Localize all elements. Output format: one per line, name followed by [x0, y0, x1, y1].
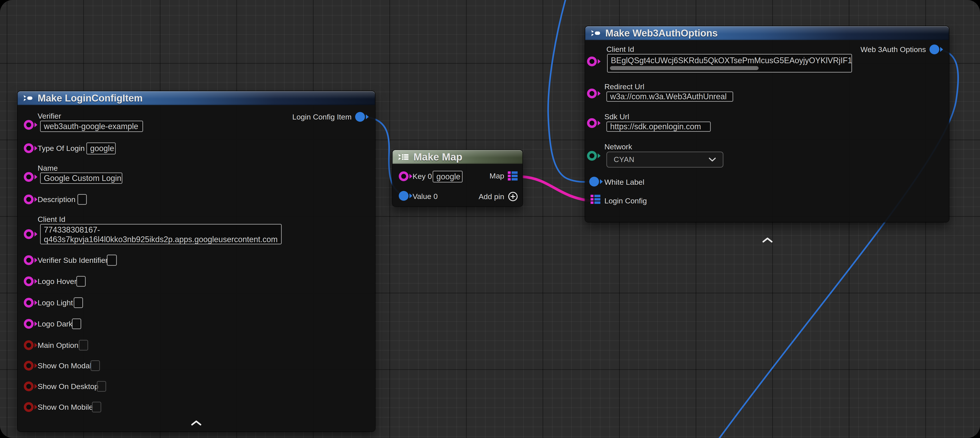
main-option-label: Main Option [38, 341, 78, 350]
key0-input[interactable]: google [433, 171, 463, 183]
output-pin-label: Login Config Item [293, 113, 352, 121]
add-pin-plus-icon [508, 191, 518, 202]
logo-light-checkbox[interactable] [74, 297, 83, 308]
node-header-make-loginconfigitem[interactable]: Make LoginConfigItem [18, 91, 375, 105]
verifier-label: Verifier [38, 112, 61, 120]
redirect-url-pin[interactable] [587, 89, 601, 99]
client-id-hscrollbar[interactable] [610, 66, 759, 70]
node-make-loginconfigitem[interactable]: Make LoginConfigItem Login Config Item V… [18, 91, 375, 431]
map-output-pin[interactable] [508, 171, 518, 180]
verifier-pin[interactable] [24, 120, 37, 130]
logo-light-label: Logo Light [38, 298, 73, 307]
node-header-make-map[interactable]: Make Map [393, 150, 522, 164]
show-on-mobile-label: Show On Mobile [38, 403, 93, 411]
collapse-node-chevron-icon[interactable] [762, 237, 773, 244]
logo-hover-checkbox[interactable] [76, 276, 86, 287]
client-id-input[interactable]: BEglQSgt4cUWcj6SKRdu5QkOXTsePmMcusG5EAoy… [607, 54, 852, 73]
verifier-sub-identifier-pin[interactable] [24, 255, 37, 265]
verifier-sub-identifier-label: Verifier Sub Identifier [38, 256, 108, 264]
white-label-label: White Label [605, 178, 644, 186]
type-of-login-label: Type Of Login [38, 144, 85, 153]
login-config-pin[interactable] [590, 195, 600, 204]
node-title: Make Web3AuthOptions [605, 28, 718, 39]
type-of-login-pin[interactable] [24, 143, 37, 153]
output-pin-row: Web 3Auth Options [861, 45, 943, 54]
key0-label: Key 0 [412, 172, 432, 181]
value0-pin[interactable] [399, 191, 412, 201]
make-map-icon [398, 153, 409, 161]
name-pin[interactable] [24, 172, 37, 182]
login-config-label: Login Config [605, 196, 647, 205]
verifier-sub-identifier-checkbox[interactable] [107, 255, 117, 266]
logo-dark-pin[interactable] [24, 319, 37, 329]
node-header-make-web3authoptions[interactable]: Make Web3AuthOptions [585, 26, 949, 40]
description-label: Description [38, 195, 75, 204]
show-on-modal-checkbox[interactable] [91, 360, 100, 371]
logo-hover-pin[interactable] [24, 276, 37, 286]
client-id-pin[interactable] [24, 229, 37, 239]
web3auth-options-output-label: Web 3Auth Options [861, 45, 926, 54]
node-make-map[interactable]: Make Map Key 0 google Map Value 0 Add pi… [393, 150, 522, 206]
map-output-label: Map [490, 172, 504, 180]
blueprint-graph-canvas[interactable]: Make LoginConfigItem Login Config Item V… [0, 0, 980, 438]
wire-map-to-loginconfig [522, 177, 592, 201]
add-pin-label: Add pin [479, 192, 504, 201]
key0-pin[interactable] [399, 171, 412, 181]
add-pin-button[interactable]: Add pin [479, 191, 518, 202]
show-on-desktop-label: Show On Desktop [38, 382, 99, 391]
node-title: Make Map [414, 151, 462, 163]
show-on-desktop-pin[interactable] [24, 381, 37, 391]
collapse-node-chevron-icon[interactable] [191, 420, 202, 427]
white-label-pin[interactable] [589, 177, 603, 186]
description-pin[interactable] [24, 194, 37, 204]
show-on-mobile-checkbox[interactable] [92, 402, 101, 413]
node-title: Make LoginConfigItem [38, 92, 143, 104]
show-on-desktop-checkbox[interactable] [97, 381, 106, 392]
logo-dark-label: Logo Dark [38, 320, 73, 328]
logo-dark-checkbox[interactable] [72, 319, 81, 329]
show-on-modal-label: Show On Modal [38, 362, 91, 370]
description-checkbox[interactable] [78, 194, 87, 205]
map-output-row: Map [490, 171, 518, 180]
verifier-input[interactable]: web3auth-google-example [40, 121, 143, 132]
chevron-down-icon [708, 157, 716, 162]
network-pin[interactable] [587, 151, 601, 161]
sdk-url-pin[interactable] [587, 118, 601, 128]
redirect-url-label: Redirect Url [605, 82, 644, 91]
web3auth-options-output-pin[interactable] [929, 45, 943, 54]
name-label: Name [38, 164, 58, 172]
main-option-checkbox[interactable] [79, 340, 88, 350]
network-dropdown[interactable]: CYAN [606, 151, 724, 167]
logo-light-pin[interactable] [24, 298, 37, 307]
value0-label: Value 0 [412, 192, 438, 201]
show-on-mobile-pin[interactable] [24, 402, 37, 412]
network-label: Network [605, 142, 632, 151]
show-on-modal-pin[interactable] [24, 361, 37, 371]
type-of-login-input[interactable]: google [86, 142, 116, 154]
network-selected-value: CYAN [614, 155, 635, 164]
sdk-url-label: Sdk Url [605, 112, 629, 121]
node-make-web3authoptions[interactable]: Make Web3AuthOptions Web 3Auth Options C… [585, 26, 949, 222]
client-id-pin[interactable] [587, 57, 601, 66]
make-struct-icon [590, 30, 601, 37]
output-pin-row: Login Config Item [293, 112, 369, 122]
login-config-item-output-pin[interactable] [355, 112, 369, 122]
client-id-label: Client Id [38, 215, 65, 224]
name-input[interactable]: Google Custom Login [40, 172, 123, 184]
make-struct-icon [23, 95, 33, 102]
sdk-url-input[interactable]: https://sdk.openlogin.com [606, 121, 711, 132]
client-id-label: Client Id [606, 45, 634, 54]
logo-hover-label: Logo Hover [38, 277, 77, 286]
main-option-pin[interactable] [24, 340, 37, 350]
client-id-input[interactable]: 774338308167-q463s7kpvja16l4l0kko3nb925i… [40, 224, 282, 244]
redirect-url-input[interactable]: w3a://com.w3a.Web3AuthUnreal [606, 91, 733, 102]
